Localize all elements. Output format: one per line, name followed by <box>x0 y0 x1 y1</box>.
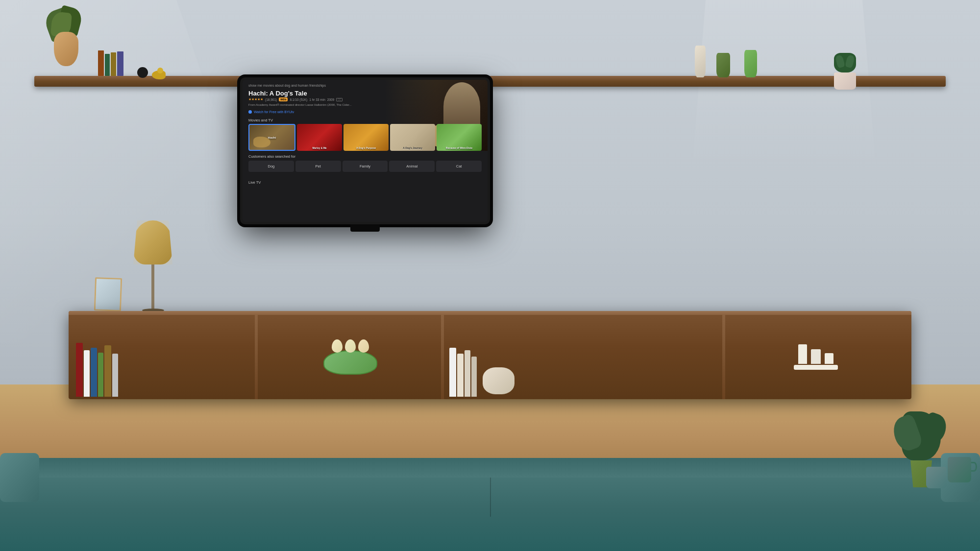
candle-tray <box>794 365 838 370</box>
egg-2 <box>345 339 356 353</box>
succulent-pot <box>834 72 856 90</box>
movie-title: Hachi: A Dog's Tale <box>248 90 307 97</box>
room-background: show me movies about dog and human frien… <box>0 0 980 551</box>
year: 2009 <box>327 98 334 101</box>
search-tag-animal[interactable]: Animal <box>389 161 435 172</box>
tv-stand <box>350 224 380 232</box>
mug-handle-1 <box>971 462 977 472</box>
search-tag-pet[interactable]: Pet <box>295 161 341 172</box>
movie-thumb-journey[interactable]: A Dog's Journey <box>390 124 435 151</box>
movie-thumb-marley[interactable]: Marley & Me <box>297 124 342 151</box>
searches-section-label: Customers also searched for <box>248 154 295 159</box>
movies-row: Hachi Marley & Me A Dog's Purpose <box>248 124 482 151</box>
shelf-book-6 <box>112 354 118 397</box>
bird-figurine <box>152 71 166 79</box>
lamp-shade <box>133 220 172 264</box>
shelf-book-3 <box>91 348 97 397</box>
shelf-top <box>34 76 946 87</box>
book-4 <box>117 51 123 76</box>
search-tag-dog[interactable]: Dog <box>248 161 294 172</box>
vase-green-2 <box>744 50 757 77</box>
bowl <box>323 350 377 375</box>
shelf-divider-2 <box>441 315 444 399</box>
shelf-book-9 <box>465 350 470 397</box>
candle-tall <box>798 344 807 364</box>
bird-head <box>157 68 163 73</box>
stars: ★★★★★ <box>248 97 263 101</box>
egg-3 <box>358 339 369 353</box>
movie-meta-row: ★★★★★ (18,901) IMDb 8.1/10 (51K) 1 hr 33… <box>248 97 343 101</box>
shelf-section-2-bowl <box>261 315 440 399</box>
watch-button[interactable]: Watch for Free with BYUtv <box>248 110 294 114</box>
light-ray-right <box>686 0 882 245</box>
shelf-divider-1 <box>255 315 258 399</box>
shelf-book-4 <box>98 353 103 397</box>
vase-green-1 <box>716 53 730 77</box>
photo-frame <box>94 277 122 311</box>
vase-body <box>54 32 78 66</box>
eggs-row <box>323 339 377 353</box>
book-2 <box>105 54 110 76</box>
tv-container: show me movies about dog and human frien… <box>240 77 490 224</box>
dark-sphere <box>137 67 148 78</box>
rating-count: (18,901) <box>265 98 277 101</box>
imdb-score: 8.1/10 (51K) <box>290 98 307 101</box>
movie-thumb-hachi[interactable]: Hachi <box>248 124 295 151</box>
tv-frame: show me movies about dog and human frien… <box>240 77 490 224</box>
lamp <box>133 220 172 312</box>
books-left-group <box>98 50 123 76</box>
mug-1 <box>948 457 971 482</box>
lamp-pole <box>151 264 154 309</box>
succulent-group <box>834 53 856 90</box>
succulent-plant <box>834 53 856 72</box>
imdb-badge: IMDb <box>279 97 288 101</box>
succulent-leaf-2 <box>845 54 855 68</box>
candle-short <box>825 353 833 364</box>
duration: 1 hr 33 min <box>309 98 325 101</box>
movie-description: From Academy Award®-nominated director L… <box>248 103 382 107</box>
sofa-back <box>0 458 980 478</box>
voice-query: show me movies about dog and human frien… <box>248 84 326 87</box>
shelf-book-8 <box>457 354 464 397</box>
movie-thumb-purpose[interactable]: A Dog's Purpose <box>343 124 389 151</box>
tv-screen: show me movies about dog and human frien… <box>243 80 488 222</box>
sofa <box>0 468 980 551</box>
main-shelf <box>69 311 911 399</box>
stone-oval <box>483 367 514 394</box>
shelf-section-3-books <box>447 315 626 399</box>
watch-label: Watch for Free with BYUtv <box>254 110 294 114</box>
bowl-with-eggs <box>323 339 377 375</box>
book-3 <box>111 52 116 76</box>
shelf-book-7 <box>449 348 456 397</box>
candles <box>794 344 838 364</box>
egg-1 <box>332 339 343 353</box>
cc-badge: CC <box>336 98 343 101</box>
plant-leaves-br <box>902 411 941 460</box>
vase-white-tall <box>695 46 706 77</box>
photo-frame-inner <box>96 279 121 310</box>
sofa-divider <box>490 478 491 517</box>
search-tag-family[interactable]: Family <box>343 161 388 172</box>
mug-2 <box>926 467 947 488</box>
shelf-book-2 <box>84 350 90 397</box>
watch-dot <box>248 110 252 114</box>
shelf-section-4-candles <box>725 315 906 399</box>
hachi-dog <box>253 137 270 147</box>
candle-tray-group <box>794 344 838 370</box>
shelf-book-5 <box>104 345 111 397</box>
movies-tv-section-label: Movies and TV <box>248 118 273 122</box>
book-1 <box>98 50 104 76</box>
search-tag-cat[interactable]: Cat <box>436 161 482 172</box>
live-tv-label: Live TV <box>248 180 261 185</box>
candle-medium <box>811 349 821 364</box>
search-tags-row: Dog Pet Family Animal Cat <box>248 161 482 172</box>
succulent-leaf-1 <box>835 54 845 68</box>
movie-thumb-winn[interactable]: Because of Winn-Dixie <box>437 124 482 151</box>
shelf-book-1 <box>76 343 83 397</box>
shelf-section-1-books <box>74 315 255 399</box>
shelf-book-10 <box>471 357 477 397</box>
sofa-arm-left <box>0 453 39 502</box>
plant-vase-left <box>54 32 78 66</box>
